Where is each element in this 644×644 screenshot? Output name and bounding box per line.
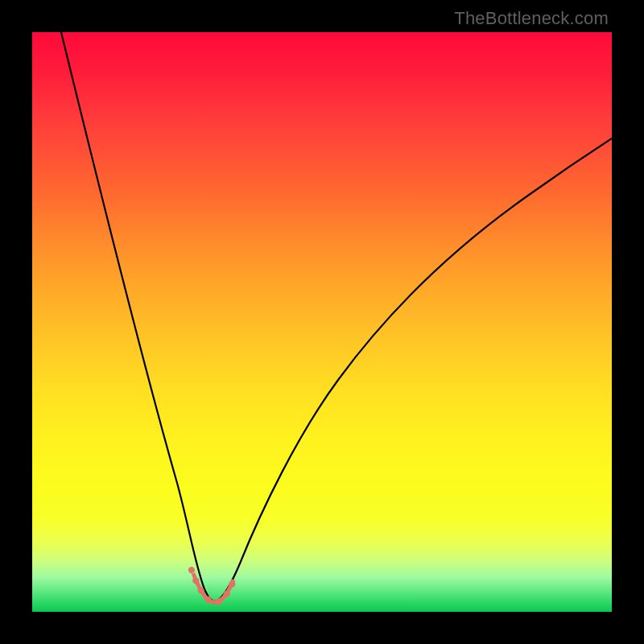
watermark-text: TheBottleneck.com bbox=[454, 8, 609, 29]
curve-line bbox=[61, 32, 612, 601]
bottleneck-curve bbox=[32, 32, 612, 612]
chart-plot-area bbox=[32, 32, 612, 612]
